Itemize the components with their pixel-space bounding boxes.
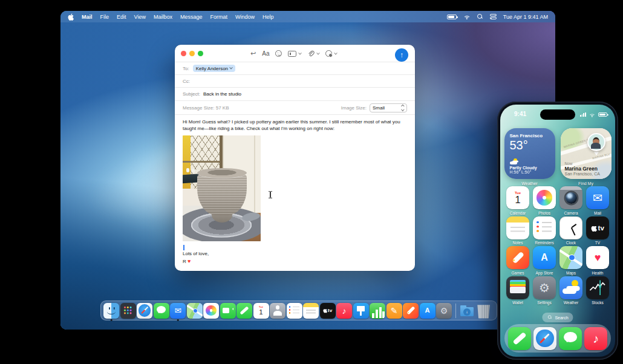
app-label: TV xyxy=(595,241,600,245)
menu-file[interactable]: File xyxy=(100,14,109,20)
message-body[interactable]: Hi Mom! Guess what? I picked up pottery … xyxy=(175,114,415,265)
camera-app-icon xyxy=(559,186,582,209)
subject-field[interactable]: Subject: Back in the studio xyxy=(175,87,415,100)
dock-finder[interactable] xyxy=(103,303,119,319)
chevron-down-icon xyxy=(229,66,233,70)
iphone-dock-phone[interactable] xyxy=(508,327,531,350)
menu-help[interactable]: Help xyxy=(263,14,274,20)
zoom-window-button[interactable] xyxy=(198,51,203,56)
undo-icon[interactable]: ↩ xyxy=(250,50,256,57)
menu-mail[interactable]: Mail xyxy=(82,14,93,20)
home-screen-app-grid: Tue1CalendarPhotosCamera✉MailNotesRemind… xyxy=(504,186,611,305)
iphone-dock: ♪ xyxy=(504,324,611,353)
iphone-app-maps[interactable]: Maps xyxy=(558,246,584,275)
header-fields-button[interactable] xyxy=(288,51,301,57)
iphone-app-wallet[interactable]: Wallet xyxy=(504,276,531,305)
dock-phone[interactable] xyxy=(236,303,252,319)
iphone-app-weather[interactable]: Weather xyxy=(558,276,584,305)
search-icon[interactable] xyxy=(477,14,483,20)
dock-facetime[interactable] xyxy=(220,303,236,319)
dock-downloads[interactable]: ↓ xyxy=(459,303,475,319)
app-label: Health xyxy=(592,271,604,275)
dock-appstore[interactable]: A xyxy=(420,303,435,319)
app-label: Settings xyxy=(537,301,552,305)
dock-photos[interactable] xyxy=(203,303,219,319)
menu-bar-clock[interactable]: Tue Apr 1 9:41 AM xyxy=(503,14,548,20)
message-size-text: Message Size: 57 KB xyxy=(183,105,229,111)
running-indicator xyxy=(111,319,113,321)
find-my-widget[interactable]: MARINA GREEN DR MARINA BLV Now Marina Gr… xyxy=(561,128,612,179)
recipient-token[interactable]: Kelly Anderson xyxy=(193,65,235,72)
attach-file-button[interactable] xyxy=(307,50,319,57)
image-size-select[interactable]: Small xyxy=(370,103,407,112)
dock-tv[interactable]: tv xyxy=(320,303,336,319)
to-field[interactable]: To: Kelly Anderson xyxy=(175,62,415,74)
app-label: Mail xyxy=(594,211,601,215)
dock-numbers[interactable] xyxy=(370,303,385,319)
tv-app-icon: tv xyxy=(320,303,336,319)
dock-pages[interactable]: ✎ xyxy=(387,303,402,319)
app-label: Calendar xyxy=(510,211,526,215)
iphone-app-settings[interactable]: ⚙Settings xyxy=(531,276,558,305)
menu-format[interactable]: Format xyxy=(210,14,227,20)
menu-window[interactable]: Window xyxy=(235,14,255,20)
apple-menu-icon[interactable] xyxy=(68,13,74,21)
dock-keynote[interactable] xyxy=(353,303,369,319)
cellular-signal-icon xyxy=(580,112,586,117)
dock-launchpad[interactable] xyxy=(120,303,136,319)
insert-media-button[interactable] xyxy=(325,50,337,57)
iphone-app-camera[interactable]: Camera xyxy=(558,186,584,215)
dock-contacts[interactable] xyxy=(270,303,285,319)
trash-app-icon xyxy=(476,303,492,319)
dock-calendar[interactable]: Tue1 xyxy=(253,303,269,319)
dock-messages[interactable] xyxy=(154,303,169,319)
dock-settings[interactable]: ⚙ xyxy=(436,303,452,319)
menu-mailbox[interactable]: Mailbox xyxy=(154,14,172,20)
iphone-dock-music[interactable]: ♪ xyxy=(584,327,607,350)
numbers-app-icon xyxy=(370,303,385,319)
iphone-clock: 9:41 xyxy=(514,111,526,117)
menu-message[interactable]: Message xyxy=(180,14,203,20)
dock-trash[interactable] xyxy=(476,303,492,319)
dock-notes[interactable] xyxy=(303,303,319,319)
iphone-app-reminders[interactable]: Reminders xyxy=(531,216,558,245)
pottery-photo-attachment[interactable] xyxy=(183,135,261,241)
photos-app-icon xyxy=(203,303,219,319)
dock-games[interactable] xyxy=(403,303,419,319)
send-button[interactable]: ↑ xyxy=(395,48,408,62)
iphone-app-health[interactable]: ♥Health xyxy=(584,246,611,275)
iphone-app-notes[interactable]: Notes xyxy=(504,216,531,245)
emoji-picker-icon[interactable] xyxy=(275,50,282,57)
dock-safari[interactable] xyxy=(137,303,152,319)
minimize-window-button[interactable] xyxy=(189,51,195,56)
battery-icon[interactable] xyxy=(447,15,457,19)
menu-edit[interactable]: Edit xyxy=(117,14,126,20)
dock-reminders[interactable] xyxy=(287,303,302,319)
iphone-app-photos[interactable]: Photos xyxy=(531,186,558,215)
dock-mail[interactable]: ✉ xyxy=(170,303,186,319)
iphone-app-clock[interactable]: Clock xyxy=(558,216,584,245)
wifi-icon[interactable] xyxy=(463,14,471,19)
iphone-app-stocks[interactable]: Stocks xyxy=(584,276,611,305)
iphone-app-appstore[interactable]: AApp Store xyxy=(531,246,558,275)
weather-widget[interactable]: San Francisco 53° Partly Cloudy H:56° L:… xyxy=(504,128,555,179)
settings-app-icon: ⚙ xyxy=(436,303,452,319)
iphone-app-calendar[interactable]: Tue1Calendar xyxy=(504,186,531,215)
image-size-value: Small xyxy=(373,105,385,111)
close-window-button[interactable] xyxy=(181,51,186,56)
dock-music[interactable]: ♪ xyxy=(336,303,352,319)
menu-view[interactable]: View xyxy=(134,14,146,20)
dock-maps[interactable] xyxy=(187,303,203,319)
mail-compose-window: ↩ Aa ↑ To: Kelly Anderson Cc: Subject: xyxy=(175,45,415,271)
weather-condition: Partly Cloudy xyxy=(510,166,550,170)
iphone-dock-messages[interactable] xyxy=(559,327,582,350)
cc-field[interactable]: Cc: xyxy=(175,74,415,87)
control-center-icon[interactable] xyxy=(490,14,497,19)
iphone-app-mail[interactable]: ✉Mail xyxy=(584,186,611,215)
format-font-button[interactable]: Aa xyxy=(262,50,269,57)
dock: ✉Tue1tv♪✎A⚙↓ xyxy=(100,301,497,320)
iphone-app-games[interactable]: Games xyxy=(504,246,531,275)
iphone-dock-safari[interactable] xyxy=(533,327,556,350)
iphone-app-tv[interactable]: tvTV xyxy=(584,216,611,245)
home-search-pill[interactable]: Search xyxy=(542,313,573,322)
